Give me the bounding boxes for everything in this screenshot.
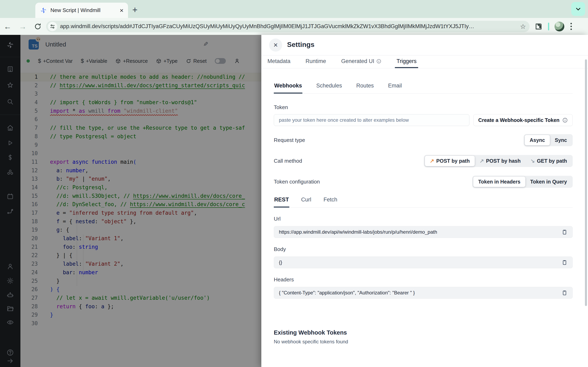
settings-drawer: × Settings MetadataRuntimeGenerated UITr… (261, 35, 588, 367)
settings-tab-content: WebhooksSchedulesRoutesEmail Token paste… (261, 68, 588, 367)
drawer-title: Settings (287, 41, 314, 49)
headers-label: Headers (274, 276, 573, 283)
site-settings-icon[interactable] (48, 22, 57, 31)
close-drawer-icon[interactable]: × (269, 39, 282, 52)
tab-runtime[interactable]: Runtime (304, 55, 328, 68)
windmill-app: TS Untitled ✎ $+Context Var$+Variable+Re… (0, 35, 588, 367)
token-configuration-option-token-in-headers[interactable]: Token in Headers (473, 176, 525, 187)
copy-clipboard-icon (562, 259, 568, 266)
windmill-favicon-icon (40, 7, 47, 14)
body-label: Body (274, 246, 573, 252)
drawer-header: × Settings (261, 35, 588, 55)
tab-strip-chevron-button[interactable] (571, 2, 585, 16)
snippet-tab-rest[interactable]: REST (274, 197, 289, 208)
create-webhook-token-button[interactable]: Create a Webhook-specific Token (474, 114, 573, 126)
extensions-icon[interactable] (535, 22, 543, 31)
url-bar[interactable]: app.windmill.dev/scripts/add#JTdCJTIyaGF… (46, 21, 530, 32)
browser-tab-strip: New Script | Windmill × + (0, 0, 588, 18)
profile-avatar[interactable] (554, 22, 564, 31)
headers-field[interactable]: { "Content-Type": "application/json", "A… (274, 287, 573, 299)
forward-button[interactable]: → (15, 23, 30, 30)
call-method-option-post-by-path[interactable]: ↗POST by path (425, 156, 475, 166)
token-configuration-option-token-in-query[interactable]: Token in Query (525, 176, 572, 187)
headers-value: { "Content-Type": "application/json", "A… (279, 290, 562, 296)
request-type-option-async[interactable]: Async (525, 135, 550, 145)
call-method-option-post-by-hash[interactable]: ↗POST by hash (475, 156, 526, 166)
info-icon (562, 117, 568, 123)
snippet-tab-fetch[interactable]: Fetch (323, 197, 338, 208)
request-type-segmented-control: AsyncSync (524, 134, 573, 146)
call-method-option-get-by-path[interactable]: ↘GET by path (526, 156, 572, 166)
snippet-tab-curl[interactable]: Curl (301, 197, 312, 208)
bookmark-star-icon[interactable]: ☆ (520, 23, 526, 30)
toolbar-separator (548, 23, 549, 30)
arrow-icon: ↗ (430, 158, 434, 164)
tab-generated-ui[interactable]: Generated UI (339, 55, 383, 68)
subtab-schedules[interactable]: Schedules (316, 83, 342, 94)
tab-metadata[interactable]: Metadata (266, 55, 292, 68)
call-method-label: Call method (274, 158, 302, 164)
browser-window: New Script | Windmill × + ← → app.windmi… (0, 0, 588, 367)
url-value: https://app.windmill.dev/api/w/windmill-… (279, 229, 562, 235)
arrow-icon: ↗ (480, 158, 484, 164)
drawer-dim-overlay[interactable] (0, 35, 261, 367)
arrow-icon: ↘ (530, 158, 535, 164)
request-type-row: Request typeAsyncSync (274, 133, 573, 147)
url-text[interactable]: app.windmill.dev/scripts/add#JTdCJTIyaGF… (60, 23, 518, 30)
token-configuration-label: Token configuration (274, 179, 320, 185)
body-field[interactable]: {} (274, 257, 573, 268)
token-configuration-row: Token configurationToken in HeadersToken… (274, 175, 573, 188)
browser-menu-icon[interactable] (570, 22, 573, 31)
browser-tab[interactable]: New Script | Windmill × (35, 3, 128, 18)
tab-title: New Script | Windmill (51, 7, 116, 13)
drawer-scrollbar[interactable] (585, 59, 587, 306)
copy-clipboard-icon (562, 290, 568, 296)
existing-tokens-title: Existing Webhook Tokens (274, 329, 573, 336)
tab-close-icon[interactable]: × (120, 7, 123, 14)
triggers-subtab-bar: WebhooksSchedulesRoutesEmail (274, 83, 573, 94)
request-type-option-sync[interactable]: Sync (550, 135, 572, 145)
existing-tokens-empty: No webhook specific tokens found (274, 339, 573, 345)
snippet-tab-bar: RESTCurlFetch (274, 197, 573, 208)
body-value: {} (279, 259, 562, 265)
browser-toolbar: ← → app.windmill.dev/scripts/add#JTdCJTI… (0, 18, 588, 35)
call-method-row: Call method↗POST by path↗POST by hash↘GE… (274, 154, 573, 167)
settings-tab-bar: MetadataRuntimeGenerated UITriggers (261, 55, 588, 68)
request-type-label: Request type (274, 137, 305, 143)
subtab-webhooks[interactable]: Webhooks (274, 83, 302, 94)
copy-clipboard-icon (562, 229, 568, 235)
url-field[interactable]: https://app.windmill.dev/api/w/windmill-… (274, 226, 573, 238)
tab-triggers[interactable]: Triggers (395, 55, 418, 68)
token-label: Token (274, 104, 573, 110)
new-tab-button[interactable]: + (132, 5, 138, 14)
token-input[interactable]: paste your token here once created to al… (274, 114, 469, 126)
url-label: Url (274, 216, 573, 222)
subtab-routes[interactable]: Routes (356, 83, 374, 94)
refresh-button[interactable] (30, 23, 45, 30)
subtab-email[interactable]: Email (388, 83, 402, 94)
token-configuration-segmented-control: Token in HeadersToken in Query (472, 176, 573, 188)
call-method-segmented-control: ↗POST by path↗POST by hash↘GET by path (424, 155, 573, 167)
back-button[interactable]: ← (0, 23, 15, 30)
